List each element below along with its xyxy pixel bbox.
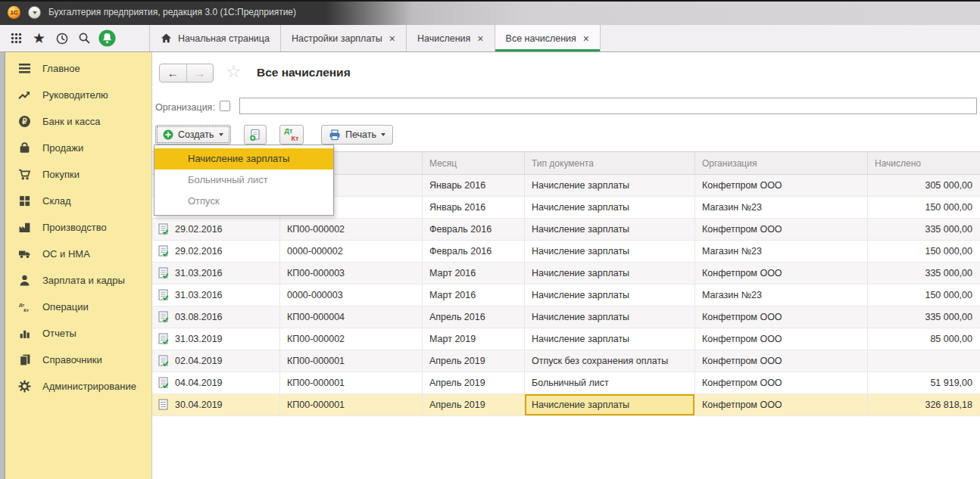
cell-date: 30.04.2019: [152, 394, 280, 415]
cell-number: КП00-000002: [280, 328, 423, 350]
cell-amount: 335 000,00: [868, 219, 980, 240]
sidebar-item-manager[interactable]: Руководителю: [5, 82, 151, 108]
selected-cell[interactable]: Начисление зарплаты: [525, 394, 695, 415]
cell-date: 31.03.2016: [152, 263, 280, 284]
apps-grid-icon[interactable]: [8, 29, 25, 48]
create-button[interactable]: Создать: [155, 125, 231, 145]
cell-organization: Конфетпром ООО: [695, 328, 868, 350]
tab-close-icon[interactable]: ×: [477, 33, 483, 44]
table-row[interactable]: 31.03.2016КП00-000003Март 2016Начисление…: [152, 263, 980, 285]
date-text: 29.02.2016: [175, 246, 223, 257]
tab-active[interactable]: Все начисления×: [495, 25, 601, 51]
tab-item[interactable]: Настройки зарплаты×: [281, 25, 407, 51]
history-icon[interactable]: [53, 29, 70, 48]
tab-item[interactable]: Начисления×: [407, 25, 495, 51]
tab-label: Начальная страница: [178, 33, 270, 44]
document-posted-icon: [158, 245, 169, 257]
sidebar-item-os-nma[interactable]: ОС и НМА: [5, 241, 151, 267]
cell-doc-type: Начисление зарплаты: [525, 241, 695, 262]
cell-number: КП00-000004: [280, 306, 423, 328]
tab-close-icon[interactable]: ×: [389, 33, 395, 44]
table-row[interactable]: 02.04.2019КП00-000001Апрель 2019Отпуск б…: [152, 350, 980, 372]
sidebar-item-warehouse[interactable]: Склад: [5, 188, 151, 214]
cell-date: 02.04.2019: [152, 350, 280, 372]
page-title: Все начисления: [257, 66, 351, 79]
cell-date: 29.02.2016: [152, 219, 280, 240]
sidebar-item-bank-cash[interactable]: ₽Банк и касса: [5, 108, 151, 135]
sidebar-item-label: Руководителю: [42, 89, 108, 101]
column-header[interactable]: Тип документа: [525, 152, 695, 174]
date-text: 31.03.2019: [175, 334, 223, 344]
dropdown-item[interactable]: Отпуск: [154, 191, 333, 212]
sidebar-item-label: Банк и касса: [42, 116, 101, 127]
column-header[interactable]: Начислено: [868, 152, 980, 174]
table-row[interactable]: 29.02.2016КП00-000002Февраль 2016Начисле…: [152, 219, 980, 241]
table-row[interactable]: 29.02.20160000-000002Февраль 2016Начисле…: [152, 241, 980, 263]
tab-close-icon[interactable]: ×: [583, 33, 589, 44]
chevron-down-icon: [33, 11, 37, 14]
column-header[interactable]: Месяц: [423, 152, 525, 174]
sidebar-item-reports[interactable]: Отчеты: [5, 320, 151, 347]
window-menu-button[interactable]: [28, 6, 41, 19]
sidebar-item-directories[interactable]: Справочники: [5, 347, 151, 373]
cell-doc-type: Начисление зарплаты: [525, 263, 695, 284]
svg-text:Кт: Кт: [23, 307, 29, 313]
organization-filter-label: Организация:: [155, 102, 215, 113]
sidebar-item-label: Зарплата и кадры: [42, 275, 125, 286]
sidebar-item-administration[interactable]: Администрирование: [5, 373, 151, 400]
forward-button[interactable]: →: [187, 64, 214, 82]
table-row[interactable]: 03.08.2016КП00-000004Апрель 2016Начислен…: [152, 306, 980, 328]
notifications-icon[interactable]: [98, 29, 116, 48]
show-postings-button[interactable]: Дт Кт: [279, 125, 304, 145]
document-icon: [158, 399, 169, 411]
print-button[interactable]: Печать: [321, 125, 393, 145]
document-posted-icon: [158, 377, 169, 389]
cell-month: Март 2016: [423, 263, 525, 284]
cell-number: КП00-000001: [280, 372, 423, 393]
favorites-star-icon[interactable]: ★: [30, 29, 48, 48]
svg-text:Дт: Дт: [19, 302, 25, 307]
cell-amount: 335 000,00: [868, 263, 980, 284]
dropdown-item[interactable]: Больничный лист: [154, 170, 333, 191]
cell-doc-type: Начисление зарплаты: [525, 197, 695, 218]
back-button[interactable]: ←: [160, 64, 187, 82]
sidebar-item-production[interactable]: Производство: [5, 214, 151, 241]
sidebar-item-sales[interactable]: Продажи: [5, 135, 151, 161]
cart-icon: [18, 168, 31, 181]
column-header[interactable]: Организация: [695, 152, 868, 174]
cell-organization: Конфетпром ООО: [695, 394, 868, 415]
cell-amount: 51 919,00: [868, 372, 980, 393]
cell-amount: 150 000,00: [868, 197, 980, 218]
printer-icon: [329, 129, 341, 141]
create-button-label: Создать: [178, 129, 214, 140]
sidebar-item-operations[interactable]: ДтКтОперации: [5, 294, 151, 320]
window-title: Бухгалтерия предприятия, редакция 3.0 (1…: [48, 2, 296, 25]
table-row[interactable]: 31.03.20160000-000003Март 2016Начисление…: [152, 285, 980, 306]
sidebar-item-label: ОС и НМА: [42, 248, 90, 260]
window-left-edge: [0, 52, 5, 479]
search-icon[interactable]: [76, 29, 93, 48]
copy-document-icon: [249, 129, 261, 142]
sidebar-item-main[interactable]: Главное: [5, 55, 151, 82]
sidebar-item-purchases[interactable]: Покупки: [5, 161, 151, 188]
date-text: 03.08.2016: [175, 312, 223, 322]
print-button-label: Печать: [345, 129, 376, 140]
dropdown-item[interactable]: Начисление зарплаты: [154, 148, 333, 170]
cell-month: Январь 2016: [423, 197, 525, 218]
titlebar: 1С Бухгалтерия предприятия, редакция 3.0…: [0, 0, 980, 25]
tab-item[interactable]: Начальная страница: [150, 25, 281, 51]
organization-filter-checkbox[interactable]: [220, 101, 230, 111]
sidebar-item-label: Покупки: [42, 169, 80, 180]
table-row[interactable]: 04.04.2019КП00-000001Апрель 2019Больничн…: [152, 372, 980, 394]
cell-date: 31.03.2016: [152, 285, 280, 306]
date-text: 30.04.2019: [175, 400, 223, 410]
add-to-favorites-star-icon[interactable]: ☆: [226, 61, 242, 82]
create-by-copy-button[interactable]: [244, 125, 267, 145]
tab-strip: Начальная страницаНастройки зарплаты×Нач…: [149, 25, 601, 51]
cell-month: Апрель 2019: [423, 394, 525, 415]
table-row[interactable]: 31.03.2019КП00-000002Март 2019Начисление…: [152, 328, 980, 350]
sidebar-item-salary-hr[interactable]: Зарплата и кадры: [5, 267, 151, 294]
organization-filter-input[interactable]: [239, 98, 977, 114]
cell-date: 04.04.2019: [152, 372, 280, 393]
table-row[interactable]: 30.04.2019КП00-000001Апрель 2019Начислен…: [152, 394, 980, 416]
